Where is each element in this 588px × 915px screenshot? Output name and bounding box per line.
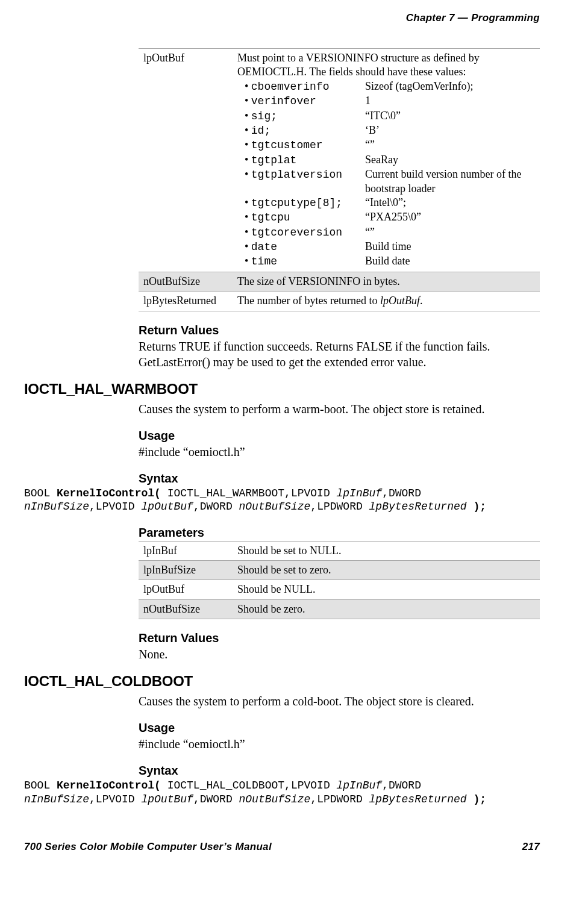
field-val: “” (365, 225, 535, 240)
warmboot-params-table: lpInBuf Should be set to NULL. lpInBufSi… (139, 541, 540, 620)
chapter-number: 7 (449, 12, 455, 23)
chapter-label: Chapter (406, 12, 446, 23)
field-key: cboemverinfo (245, 80, 365, 94)
field-val: Build date (365, 254, 535, 269)
table-row: lpOutBuf Should be NULL. (139, 580, 540, 599)
param-desc: Should be set to NULL. (233, 541, 540, 560)
intro-text: Must point to a VERSIONINFO structure as… (237, 51, 535, 80)
return-values-body: Returns TRUE if function succeeds. Retur… (139, 339, 540, 370)
table-row: nOutBufSize The size of VERSIONINFO in b… (139, 272, 540, 291)
param-name: nOutBufSize (139, 599, 233, 619)
ioctl-hal-coldboot-heading: IOCTL_HAL_COLDBOOT (24, 673, 540, 690)
syntax-heading: Syntax (139, 472, 540, 486)
param-desc: The size of VERSIONINFO in bytes. (233, 272, 540, 291)
code-tok: nInBufSize (24, 793, 89, 805)
field-key: tgtcpu (245, 210, 365, 225)
field-val: 1 (365, 94, 535, 108)
field-val: “” (365, 138, 535, 152)
param-desc: Should be zero. (233, 599, 540, 619)
field-key: tgtcoreversion (245, 225, 365, 240)
code-tok: lpOutBuf (141, 793, 193, 805)
param-desc: Should be set to zero. (233, 561, 540, 580)
fields-list: cboemverinfoSizeof (tagOemVerInfo); veri… (245, 80, 535, 269)
coldboot-syntax-code: BOOL KernelIoControl( IOCTL_HAL_COLDBOOT… (24, 779, 540, 806)
code-tok: lpBytesReturned (369, 793, 467, 805)
usage-body: #include “oemioctl.h” (139, 444, 540, 460)
field-val: “PXA255\0” (365, 210, 535, 225)
param-name: lpInBuf (139, 541, 233, 560)
field-key: sig; (245, 109, 365, 123)
section-name: Programming (471, 12, 540, 23)
page-content: Chapter 7 — Programming lpOutBuf Must po… (0, 0, 588, 830)
usage-body: #include “oemioctl.h” (139, 736, 540, 752)
code-tok: ,LPVOID (89, 793, 141, 805)
code-tok: ); (467, 793, 486, 805)
page-number: 217 (522, 841, 540, 853)
code-tok: BOOL (24, 487, 57, 499)
code-tok: nOutBufSize (239, 501, 311, 513)
field-key: tgtplatversion (245, 167, 365, 196)
field-key: time (245, 254, 365, 269)
code-tok: lpBytesReturned (369, 501, 467, 513)
code-tok: ,LPVOID (89, 501, 141, 513)
code-tok: ,LPDWORD (310, 501, 369, 513)
return-values-heading: Return Values (139, 631, 540, 645)
field-val: Current build version number of the boot… (365, 167, 535, 196)
code-tok: IOCTL_HAL_WARMBOOT,LPVOID (161, 487, 337, 499)
coldboot-block: Causes the system to perform a cold-boot… (139, 693, 540, 778)
code-tok: ,DWORD (193, 501, 239, 513)
parameters-heading: Parameters (139, 526, 540, 540)
table-row: lpInBufSize Should be set to zero. (139, 561, 540, 580)
code-tok: ); (467, 501, 486, 513)
field-val: “ITC\0” (365, 109, 535, 123)
table1-wrap: lpOutBuf Must point to a VERSIONINFO str… (139, 48, 540, 370)
code-tok: KernelIoControl( (57, 779, 161, 792)
return-values-body: None. (139, 646, 540, 662)
param-desc: The number of bytes returned to lpOutBuf… (233, 292, 540, 311)
code-tok: nOutBufSize (239, 793, 311, 805)
running-header: Chapter 7 — Programming (24, 12, 540, 24)
field-val: SeaRay (365, 153, 535, 167)
warmboot-syntax-code: BOOL KernelIoControl( IOCTL_HAL_WARMBOOT… (24, 487, 540, 514)
desc-em: lpOutBuf (380, 295, 420, 307)
param-name: lpOutBuf (139, 49, 233, 272)
code-tok: lpOutBuf (141, 501, 193, 513)
param-name: lpInBufSize (139, 561, 233, 580)
field-key: tgtplat (245, 153, 365, 167)
desc-part: . (420, 295, 423, 307)
code-tok: lpInBuf (337, 487, 383, 499)
syntax-heading: Syntax (139, 764, 540, 778)
code-tok: ,LPDWORD (310, 793, 369, 805)
versioninfo-table: lpOutBuf Must point to a VERSIONINFO str… (139, 48, 540, 311)
footer-title: 700 Series Color Mobile Computer User’s … (24, 841, 272, 853)
param-name: lpOutBuf (139, 580, 233, 599)
usage-heading: Usage (139, 721, 540, 735)
code-tok: nInBufSize (24, 501, 89, 513)
page-footer: 700 Series Color Mobile Computer User’s … (0, 830, 588, 853)
param-name: nOutBufSize (139, 272, 233, 291)
code-tok: IOCTL_HAL_COLDBOOT,LPVOID (161, 779, 337, 792)
code-tok: ,DWORD (382, 779, 421, 792)
field-val: “Intel\0”; (365, 196, 535, 210)
field-val: Build time (365, 240, 535, 254)
ioctl-hal-warmboot-heading: IOCTL_HAL_WARMBOOT (24, 381, 540, 398)
param-desc: Must point to a VERSIONINFO structure as… (233, 49, 540, 272)
table-row: lpOutBuf Must point to a VERSIONINFO str… (139, 49, 540, 272)
field-key: date (245, 240, 365, 254)
field-key: tgtcputype[8]; (245, 196, 365, 210)
warmboot-desc: Causes the system to perform a warm-boot… (139, 401, 540, 417)
field-val: Sizeof (tagOemVerInfo); (365, 80, 535, 94)
code-tok: KernelIoControl( (57, 487, 161, 499)
usage-heading: Usage (139, 429, 540, 443)
code-tok: ,DWORD (193, 793, 239, 805)
desc-part: The number of bytes returned to (237, 295, 380, 307)
table-row: lpBytesReturned The number of bytes retu… (139, 292, 540, 311)
dash: — (458, 12, 468, 23)
table-row: nOutBufSize Should be zero. (139, 599, 540, 619)
field-key: tgtcustomer (245, 138, 365, 152)
table-row: lpInBuf Should be set to NULL. (139, 541, 540, 560)
param-name: lpBytesReturned (139, 292, 233, 311)
param-desc: Should be NULL. (233, 580, 540, 599)
field-val: ‘B’ (365, 123, 535, 138)
coldboot-desc: Causes the system to perform a cold-boot… (139, 693, 540, 709)
